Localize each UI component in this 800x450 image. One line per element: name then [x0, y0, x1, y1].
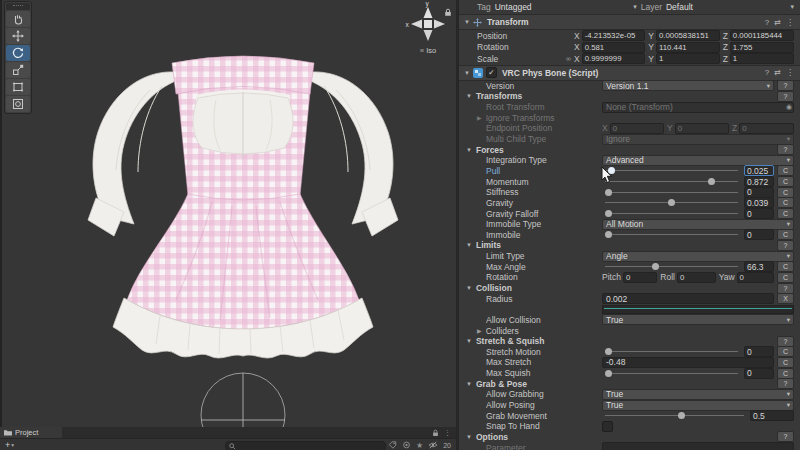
- search-by-label-icon[interactable]: [388, 441, 397, 449]
- curve-button[interactable]: C: [777, 272, 794, 283]
- max-squish-slider[interactable]: [605, 373, 738, 374]
- foldout-arrow-icon[interactable]: ▶: [477, 114, 482, 121]
- foldout-arrow-icon[interactable]: ▶: [477, 327, 482, 334]
- gravity-slider[interactable]: [605, 202, 738, 203]
- physbone-component-header[interactable]: ▼ ✓ VRC Phys Bone (Script) ? ⇄ ⋮: [459, 65, 800, 81]
- panel-menu-icon[interactable]: ⋮: [444, 429, 451, 437]
- tag-dropdown[interactable]: Untagged▾: [495, 2, 637, 12]
- help-button[interactable]: ?: [777, 80, 794, 91]
- slider-handle[interactable]: [605, 189, 612, 196]
- curve-button[interactable]: C: [777, 261, 794, 272]
- max-angle-slider[interactable]: [605, 266, 738, 267]
- integration-type-dropdown[interactable]: Advanced▾: [602, 155, 794, 166]
- dress-model[interactable]: [88, 56, 398, 358]
- vector-field[interactable]: -4.213532e-05: [582, 30, 646, 41]
- stiffness-slider[interactable]: [605, 192, 738, 193]
- curve-button[interactable]: C: [777, 368, 794, 379]
- radius-button[interactable]: X: [777, 293, 794, 304]
- max-stretch-button[interactable]: C: [777, 357, 794, 368]
- object-picker-icon[interactable]: ◉: [786, 103, 792, 111]
- allow-collision-dropdown[interactable]: True▾: [602, 314, 794, 325]
- transform-component-header[interactable]: ▼ Transform ? ⇄ ⋮: [459, 14, 800, 30]
- vector-field[interactable]: 1.755: [730, 42, 794, 53]
- presets-icon[interactable]: ⇄: [774, 18, 781, 27]
- multi-child-type-dropdown[interactable]: Ignore▾: [602, 134, 794, 145]
- foldout-arrow-icon[interactable]: ▼: [466, 242, 472, 248]
- immobile-value-field[interactable]: 0: [744, 229, 774, 240]
- radius-field[interactable]: 0.002: [602, 293, 774, 304]
- immobile-type-dropdown[interactable]: All Motion▾: [602, 219, 794, 230]
- move-tool-button[interactable]: [6, 28, 30, 44]
- hand-tool-button[interactable]: [6, 11, 30, 27]
- momentum-value-field[interactable]: 0.872: [744, 176, 774, 187]
- lock-icon[interactable]: [432, 429, 439, 437]
- curve-button[interactable]: C: [777, 229, 794, 240]
- vector-field[interactable]: 0: [623, 272, 657, 283]
- radius-curve-preview[interactable]: [602, 305, 794, 314]
- stiffness-value-field[interactable]: 0: [744, 187, 774, 198]
- help-button[interactable]: ?: [777, 336, 794, 347]
- gizmo-y-label[interactable]: y: [425, 2, 429, 8]
- allow-posing-dropdown[interactable]: True▾: [602, 400, 794, 411]
- vector-field[interactable]: 0.0005838151: [656, 30, 720, 41]
- vector-field[interactable]: 0.581: [582, 42, 646, 53]
- pull-value-field[interactable]: 0.025: [744, 165, 774, 176]
- link-scale-icon[interactable]: ∞: [566, 55, 571, 62]
- help-button[interactable]: ?: [777, 378, 794, 389]
- gravity-falloff-slider[interactable]: [605, 213, 738, 214]
- foldout-arrow-icon[interactable]: ▼: [466, 93, 472, 99]
- save-search-star-icon[interactable]: ★: [416, 441, 423, 450]
- component-enabled-checkbox[interactable]: ✓: [486, 67, 497, 78]
- vector-field[interactable]: 0.9999999: [582, 53, 646, 64]
- gravity-value-field[interactable]: 0.039: [744, 197, 774, 208]
- momentum-slider[interactable]: [605, 181, 738, 182]
- scene-view[interactable]: y x ≡Iso: [0, 0, 456, 427]
- curve-button[interactable]: C: [777, 176, 794, 187]
- foldout-arrow-icon[interactable]: ▼: [466, 434, 472, 440]
- help-icon[interactable]: ?: [765, 68, 769, 77]
- grab-movement-value-field[interactable]: 0.5: [750, 410, 794, 421]
- max-stretch-field[interactable]: -0.48: [602, 357, 774, 368]
- overlay-drag-handle[interactable]: [6, 3, 30, 10]
- vector-field[interactable]: 0: [677, 272, 716, 283]
- vector-field[interactable]: 110.441: [656, 42, 720, 53]
- hidden-items-eye-off-icon[interactable]: [428, 441, 438, 449]
- component-menu-icon[interactable]: ⋮: [786, 68, 794, 77]
- vector-field[interactable]: 0: [737, 272, 774, 283]
- visibility-filter-icon[interactable]: [402, 441, 411, 449]
- root-transform-object-field[interactable]: None (Transform)◉: [602, 102, 794, 113]
- rect-tool-button[interactable]: [6, 79, 30, 95]
- layer-dropdown[interactable]: Default▾: [666, 2, 794, 12]
- vector-field[interactable]: 0.0001185444: [730, 30, 794, 41]
- scale-tool-button[interactable]: [6, 62, 30, 78]
- rotate-tool-button[interactable]: [6, 45, 30, 61]
- foldout-arrow-icon[interactable]: ▼: [464, 70, 470, 76]
- curve-button[interactable]: C: [777, 208, 794, 219]
- foldout-arrow-icon[interactable]: ▼: [466, 338, 472, 344]
- curve-button[interactable]: C: [777, 346, 794, 357]
- pull-slider[interactable]: [605, 170, 738, 171]
- foldout-arrow-icon[interactable]: ▼: [466, 285, 472, 291]
- project-search-input[interactable]: [225, 441, 386, 450]
- limit-type-dropdown[interactable]: Angle▾: [602, 251, 794, 262]
- parameter-field[interactable]: [602, 442, 794, 450]
- vector-field[interactable]: 1: [656, 53, 720, 64]
- slider-handle[interactable]: [668, 199, 675, 206]
- slider-handle[interactable]: [605, 348, 612, 355]
- grab-movement-slider[interactable]: [605, 415, 744, 416]
- slider-handle[interactable]: [678, 412, 685, 419]
- scene-lock-icon[interactable]: [444, 3, 452, 21]
- max-squish-value-field[interactable]: 0: [744, 368, 774, 379]
- help-button[interactable]: ?: [777, 240, 794, 251]
- help-button[interactable]: ?: [777, 431, 794, 442]
- projection-mode-toggle[interactable]: ≡Iso: [402, 46, 454, 55]
- help-button[interactable]: ?: [777, 91, 794, 102]
- version-dropdown[interactable]: Version 1.1▾: [602, 80, 774, 91]
- curve-button[interactable]: C: [777, 197, 794, 208]
- slider-handle[interactable]: [608, 167, 615, 174]
- help-button[interactable]: ?: [777, 283, 794, 294]
- slider-handle[interactable]: [708, 178, 715, 185]
- slider-handle[interactable]: [652, 263, 659, 270]
- stretch-motion-slider[interactable]: [605, 351, 738, 352]
- allow-grabbing-dropdown[interactable]: True▾: [602, 389, 794, 400]
